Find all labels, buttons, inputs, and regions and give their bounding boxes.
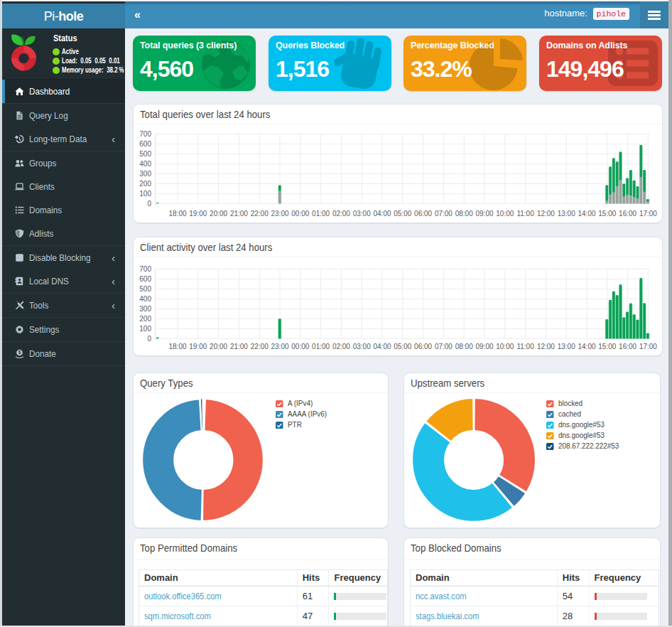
svg-text:06:00: 06:00: [414, 343, 432, 350]
svg-text:00:00: 00:00: [291, 210, 309, 218]
svg-text:04:00: 04:00: [373, 210, 391, 218]
svg-text:0: 0: [147, 335, 151, 343]
svg-text:01:00: 01:00: [312, 343, 330, 350]
svg-text:12:00: 12:00: [537, 210, 555, 218]
svg-text:16:00: 16:00: [619, 343, 636, 350]
svg-text:16:00: 16:00: [619, 210, 636, 218]
svg-text:22:00: 22:00: [251, 210, 269, 218]
svg-text:02:00: 02:00: [332, 343, 350, 350]
svg-text:04:00: 04:00: [373, 343, 391, 350]
svg-text:17:00: 17:00: [639, 210, 657, 218]
svg-text:500: 500: [139, 150, 151, 158]
svg-text:11:00: 11:00: [516, 210, 534, 218]
svg-text:09:00: 09:00: [475, 210, 493, 218]
svg-text:13:00: 13:00: [558, 343, 575, 350]
svg-text:19:00: 19:00: [189, 210, 207, 218]
svg-text:100: 100: [139, 325, 151, 333]
svg-text:300: 300: [139, 170, 151, 178]
svg-text:700: 700: [139, 265, 151, 273]
svg-text:09:00: 09:00: [475, 343, 493, 350]
svg-text:15:00: 15:00: [598, 210, 616, 218]
svg-text:17:00: 17:00: [639, 343, 657, 350]
svg-text:200: 200: [139, 180, 151, 188]
svg-text:18:00: 18:00: [168, 210, 186, 218]
svg-text:300: 300: [139, 305, 151, 313]
svg-text:01:00: 01:00: [312, 210, 330, 218]
svg-text:23:00: 23:00: [271, 343, 288, 350]
svg-text:15:00: 15:00: [598, 343, 616, 350]
svg-text:00:00: 00:00: [291, 343, 309, 350]
svg-text:0: 0: [147, 200, 151, 208]
svg-text:13:00: 13:00: [558, 210, 575, 218]
svg-text:21:00: 21:00: [230, 343, 248, 350]
svg-text:600: 600: [139, 275, 151, 283]
svg-text:03:00: 03:00: [353, 210, 371, 218]
svg-text:08:00: 08:00: [455, 343, 473, 350]
svg-text:400: 400: [139, 160, 151, 168]
svg-text:05:00: 05:00: [394, 343, 411, 350]
svg-text:100: 100: [139, 190, 151, 198]
svg-text:23:00: 23:00: [271, 210, 288, 218]
svg-text:21:00: 21:00: [230, 210, 248, 218]
svg-text:14:00: 14:00: [578, 343, 595, 350]
svg-text:05:00: 05:00: [394, 210, 411, 218]
svg-text:06:00: 06:00: [414, 210, 432, 218]
svg-text:400: 400: [139, 295, 151, 303]
svg-text:700: 700: [139, 130, 151, 138]
svg-text:10:00: 10:00: [496, 210, 514, 218]
svg-text:22:00: 22:00: [251, 343, 269, 350]
svg-text:02:00: 02:00: [332, 210, 350, 218]
svg-text:11:00: 11:00: [516, 343, 534, 350]
svg-text:20:00: 20:00: [210, 210, 227, 218]
svg-text:600: 600: [139, 140, 151, 148]
svg-text:03:00: 03:00: [353, 343, 371, 350]
svg-text:19:00: 19:00: [189, 343, 207, 350]
svg-text:12:00: 12:00: [537, 343, 555, 350]
svg-text:18:00: 18:00: [168, 343, 186, 350]
svg-text:08:00: 08:00: [455, 210, 473, 218]
svg-text:500: 500: [139, 285, 151, 293]
svg-text:07:00: 07:00: [435, 210, 452, 218]
svg-text:20:00: 20:00: [210, 343, 227, 350]
svg-text:14:00: 14:00: [578, 210, 595, 218]
svg-text:200: 200: [139, 315, 151, 323]
svg-text:10:00: 10:00: [496, 343, 514, 350]
svg-text:$: $: [18, 350, 21, 355]
svg-text:07:00: 07:00: [435, 343, 452, 350]
